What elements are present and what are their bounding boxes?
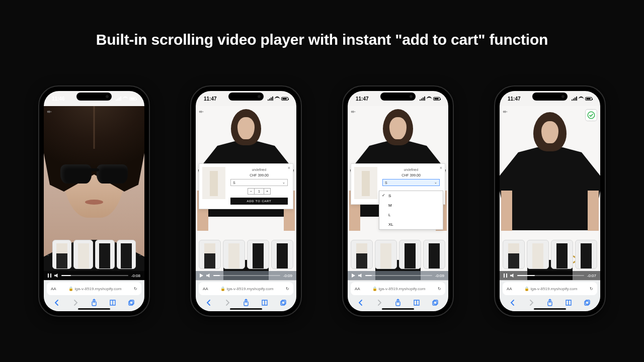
viewport: ↞ × undefined CHF 399.00 <box>196 106 296 280</box>
forward-button[interactable] <box>71 299 79 307</box>
forward-button[interactable] <box>527 299 535 307</box>
size-option[interactable]: S <box>379 191 443 201</box>
reload-icon[interactable]: ↻ <box>286 287 289 291</box>
back-icon[interactable]: ↞ <box>199 108 204 115</box>
seek-bar[interactable] <box>517 275 584 276</box>
pause-icon[interactable] <box>48 274 51 278</box>
video-controls: -0:07 <box>500 271 600 280</box>
svg-rect-5 <box>282 300 286 304</box>
tabs-icon[interactable] <box>127 299 135 307</box>
play-icon[interactable] <box>352 274 355 278</box>
address-bar[interactable]: AA 🔒 iga-v-8519.myshopify.com ↻ <box>47 282 141 295</box>
thumbnail[interactable] <box>73 240 93 269</box>
back-button[interactable] <box>509 299 517 307</box>
home-indicator[interactable] <box>230 308 262 310</box>
thumbnail[interactable] <box>52 240 72 269</box>
add-to-cart-button[interactable]: ADD TO CART <box>230 198 288 205</box>
address-bar[interactable]: AA 🔒 iga-v-8519.myshopify.com ↻ <box>199 282 293 295</box>
thumbnail[interactable] <box>199 240 221 269</box>
mute-icon[interactable] <box>510 274 514 278</box>
address-bar[interactable]: AA 🔒 iga-v-8519.myshopify.com ↻ <box>503 282 597 295</box>
mute-icon[interactable] <box>358 274 362 278</box>
size-option[interactable]: M <box>379 201 443 210</box>
tabs-icon[interactable] <box>431 299 439 307</box>
bookmarks-icon[interactable] <box>565 299 573 307</box>
svg-rect-12 <box>586 300 590 304</box>
product-price: CHF 399.00 <box>250 173 269 177</box>
thumbnail[interactable] <box>351 240 373 269</box>
pause-icon[interactable] <box>504 274 507 278</box>
time-remaining: -0:08 <box>131 274 140 278</box>
thumbnail[interactable] <box>95 240 115 269</box>
back-icon[interactable]: ↞ <box>503 108 508 115</box>
back-icon[interactable]: ↞ <box>47 108 52 115</box>
share-icon[interactable] <box>394 299 402 307</box>
thumbnail[interactable] <box>117 240 136 269</box>
tabs-icon[interactable] <box>583 299 591 307</box>
mute-icon[interactable] <box>206 274 210 278</box>
size-select[interactable]: S⌄ <box>382 179 440 186</box>
back-button[interactable] <box>205 299 213 307</box>
close-icon[interactable]: × <box>440 165 442 170</box>
seek-bar[interactable] <box>213 275 280 276</box>
bookmarks-icon[interactable] <box>413 299 421 307</box>
text-size-icon[interactable]: AA <box>203 287 208 291</box>
play-icon[interactable] <box>200 274 203 278</box>
thumbnail[interactable] <box>223 240 245 269</box>
home-indicator[interactable] <box>382 308 414 310</box>
mute-icon[interactable] <box>54 274 58 278</box>
notch <box>532 93 568 101</box>
close-icon[interactable]: × <box>288 165 290 170</box>
size-option[interactable]: XL <box>379 220 443 229</box>
back-button[interactable] <box>357 299 365 307</box>
text-size-icon[interactable]: AA <box>51 287 56 291</box>
size-select[interactable]: S⌄ <box>230 179 288 186</box>
forward-button[interactable] <box>223 299 231 307</box>
thumb-next-icon[interactable]: › <box>138 251 142 257</box>
forward-button[interactable] <box>375 299 383 307</box>
home-indicator[interactable] <box>534 308 566 310</box>
thumbnail[interactable] <box>399 240 421 269</box>
bookmarks-icon[interactable] <box>109 299 117 307</box>
reload-icon[interactable]: ↻ <box>134 287 137 291</box>
qty-minus-button[interactable]: − <box>248 188 255 195</box>
tabs-icon[interactable] <box>279 299 287 307</box>
bookmarks-icon[interactable] <box>261 299 269 307</box>
thumbnail[interactable] <box>247 240 269 269</box>
headline: Built-in scrolling video player with ins… <box>0 0 644 48</box>
thumbnail[interactable] <box>551 240 573 269</box>
battery-icon <box>433 97 440 101</box>
back-button[interactable] <box>53 299 61 307</box>
cellular-icon <box>572 97 577 101</box>
reload-icon[interactable]: ↻ <box>438 287 441 291</box>
share-icon[interactable] <box>242 299 250 307</box>
text-size-icon[interactable]: AA <box>355 287 360 291</box>
reload-icon[interactable]: ↻ <box>590 287 593 291</box>
size-dropdown: S M L XL <box>379 191 443 230</box>
time-remaining: -0:09 <box>435 274 444 278</box>
thumbnail[interactable] <box>423 240 445 269</box>
seek-bar[interactable] <box>61 275 128 276</box>
home-indicator[interactable] <box>78 308 110 310</box>
size-option[interactable]: L <box>379 210 443 220</box>
thumbnail[interactable] <box>527 240 549 269</box>
thumbnail[interactable] <box>503 240 525 269</box>
thumbnail[interactable] <box>375 240 397 269</box>
text-size-icon[interactable]: AA <box>507 287 512 291</box>
qty-plus-button[interactable]: + <box>264 188 271 195</box>
add-to-cart-modal: × undefined CHF 399.00 S⌄ − 1 <box>199 163 293 209</box>
share-icon[interactable] <box>546 299 554 307</box>
back-icon[interactable]: ↞ <box>351 108 356 115</box>
url: iga-v-8519.myshopify.com <box>227 287 274 291</box>
seek-bar[interactable] <box>365 275 432 276</box>
modal-thumbnail[interactable] <box>354 167 377 199</box>
svg-rect-1 <box>129 301 133 305</box>
thumb-prev-icon[interactable]: ‹ <box>46 251 50 257</box>
thumbnail[interactable] <box>575 240 597 269</box>
thumbnail[interactable] <box>271 240 293 269</box>
share-icon[interactable] <box>90 299 98 307</box>
video-controls: -0:08 <box>44 271 144 280</box>
address-bar[interactable]: AA 🔒 iga-v-8519.myshopify.com ↻ <box>351 282 445 295</box>
phone-row: 11:46 ↞ <box>0 85 644 317</box>
modal-thumbnail[interactable] <box>202 167 225 199</box>
